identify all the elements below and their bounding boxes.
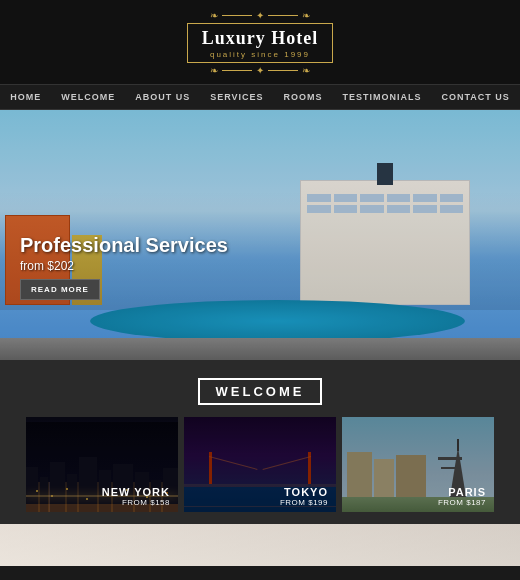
- ornament-bottom-line-right: [268, 70, 298, 71]
- paris-info: PARIS FROM $187: [342, 480, 494, 512]
- hero-title: Professional Services: [20, 233, 228, 257]
- hero-price: from $202: [20, 259, 228, 273]
- nyc-price: FROM $158: [34, 498, 170, 507]
- paris-name: PARIS: [350, 486, 486, 498]
- tokyo-name: TOKYO: [192, 486, 328, 498]
- about-section: ABOUT US: [0, 524, 520, 566]
- about-image-hint: [0, 524, 520, 566]
- nyc-name: NEW YORK: [34, 486, 170, 498]
- logo-ornament-bottom: ❧ ✦ ❧: [0, 65, 520, 76]
- nav-welcome[interactable]: WELCOME: [51, 85, 125, 109]
- hero-content: Professional Services from $202 READ MOR…: [20, 233, 228, 300]
- hero-cta-button[interactable]: READ MORE: [20, 279, 100, 300]
- nav-home[interactable]: HOME: [0, 85, 51, 109]
- ornament-bottom-line-left: [222, 70, 252, 71]
- city-card-tokyo[interactable]: TOKYO FROM $199: [184, 417, 336, 512]
- nyc-info: NEW YORK FROM $158: [26, 480, 178, 512]
- nav-services[interactable]: SERVICES: [200, 85, 273, 109]
- paris-price: FROM $187: [350, 498, 486, 507]
- nav-testimonials[interactable]: TESTIMONIALS: [333, 85, 432, 109]
- hero-section: Professional Services from $202 READ MOR…: [0, 110, 520, 360]
- ornament-left-icon: ❧: [210, 10, 218, 21]
- ornament-bottom-right-icon: ❧: [302, 65, 310, 76]
- ornament-right-icon: ❧: [302, 10, 310, 21]
- tokyo-info: TOKYO FROM $199: [184, 480, 336, 512]
- brand-name: Luxury Hotel: [202, 28, 319, 50]
- logo-border: Luxury Hotel quality since 1999: [187, 23, 334, 63]
- ornament-line-right: [268, 15, 298, 16]
- welcome-title: WELCOME: [198, 378, 323, 405]
- city-card-newyork[interactable]: NEW YORK FROM $158: [26, 417, 178, 512]
- main-nav: HOME WELCOME ABOUT US SERVICES ROOMS TES…: [0, 85, 520, 110]
- nav-contact[interactable]: CONTACT US: [432, 85, 520, 109]
- ornament-bottom-center-icon: ✦: [256, 65, 264, 76]
- ornament-center-icon: ✦: [256, 10, 264, 21]
- ornament-line-left: [222, 15, 252, 16]
- brand-tagline: quality since 1999: [202, 50, 319, 59]
- city-cards-container: NEW YORK FROM $158 TOKYO F: [15, 417, 505, 512]
- nav-about[interactable]: ABOUT US: [125, 85, 200, 109]
- welcome-section: WELCOME: [0, 360, 520, 524]
- logo-ornament-top: ❧ ✦ ❧: [0, 10, 520, 21]
- city-card-paris[interactable]: PARIS FROM $187: [342, 417, 494, 512]
- nav-rooms[interactable]: ROOMS: [274, 85, 333, 109]
- ornament-bottom-left-icon: ❧: [210, 65, 218, 76]
- site-header: ❧ ✦ ❧ Luxury Hotel quality since 1999 ❧ …: [0, 0, 520, 85]
- about-bg: [0, 524, 520, 566]
- tokyo-price: FROM $199: [192, 498, 328, 507]
